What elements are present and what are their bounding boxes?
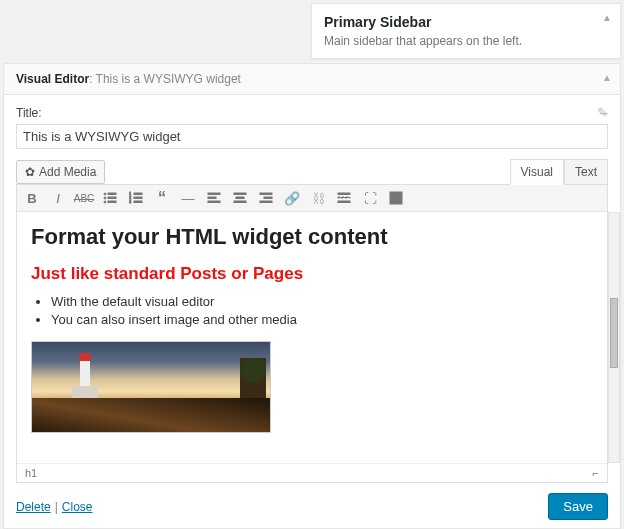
add-media-label: Add Media [39,165,96,179]
svg-text:3: 3 [129,199,132,204]
svg-point-4 [104,201,106,203]
svg-rect-16 [236,197,244,199]
number-list-icon[interactable]: 123 [127,189,145,207]
save-button[interactable]: Save [548,493,608,520]
bold-icon[interactable]: B [23,189,41,207]
widget-header-desc: : This is a WYSIWYG widget [89,72,241,86]
scrollbar[interactable] [608,212,620,463]
svg-rect-27 [392,200,400,201]
tab-visual[interactable]: Visual [510,159,564,185]
element-path: h1 ⌐ [17,463,607,482]
tab-text[interactable]: Text [564,159,608,185]
quote-icon[interactable]: “ [153,189,171,207]
svg-rect-23 [338,201,350,203]
media-icon: ✿ [25,165,35,179]
visibility-icon[interactable]: ✎̶ [597,105,608,120]
separator: | [55,500,58,514]
align-left-icon[interactable] [205,189,223,207]
link-icon[interactable]: 🔗 [283,189,301,207]
collapse-icon[interactable]: ▲ [602,12,612,23]
panel-title: Primary Sidebar [324,14,608,30]
list-item: With the default visual editor [51,294,593,309]
sidebar-panel[interactable]: Primary Sidebar Main sidebar that appear… [311,3,621,59]
svg-rect-15 [234,193,246,195]
strike-icon[interactable]: ABC [75,189,93,207]
svg-rect-12 [208,193,220,195]
unlink-icon[interactable]: ⛓ [309,189,327,207]
bullet-list-icon[interactable] [101,189,119,207]
more-icon[interactable] [335,189,353,207]
svg-point-0 [104,193,106,195]
content-heading: Format your HTML widget content [31,224,593,250]
svg-point-2 [104,197,106,199]
scrollbar-thumb[interactable] [610,298,618,368]
delete-link[interactable]: Delete [16,500,51,514]
svg-rect-9 [134,197,142,199]
svg-rect-18 [260,193,272,195]
title-label: Title: [16,106,597,120]
svg-rect-1 [108,193,116,195]
add-media-button[interactable]: ✿ Add Media [16,160,105,184]
hr-icon[interactable]: — [179,189,197,207]
svg-rect-14 [208,201,220,203]
svg-rect-26 [392,197,400,198]
svg-rect-25 [392,194,400,195]
widget-header[interactable]: Visual Editor: This is a WYSIWYG widget … [4,64,620,95]
svg-rect-5 [108,201,116,203]
svg-rect-3 [108,197,116,199]
fullscreen-icon[interactable]: ⛶ [361,189,379,207]
svg-rect-13 [208,197,216,199]
svg-rect-11 [134,201,142,203]
panel-description: Main sidebar that appears on the left. [324,34,608,48]
editor-toolbar: B I ABC 123 “ — 🔗 ⛓ ⛶ [17,185,607,212]
align-right-icon[interactable] [257,189,275,207]
italic-icon[interactable]: I [49,189,67,207]
list-item: You can also insert image and other medi… [51,312,593,327]
path-value[interactable]: h1 [25,467,37,479]
svg-rect-20 [260,201,272,203]
editor-content[interactable]: Format your HTML widget content Just lik… [17,212,607,463]
content-image[interactable] [31,341,271,433]
svg-rect-22 [338,197,350,198]
resize-handle-icon[interactable]: ⌐ [593,467,599,479]
content-subheading: Just like standard Posts or Pages [31,264,593,284]
svg-rect-7 [134,193,142,195]
visual-editor-widget: Visual Editor: This is a WYSIWYG widget … [3,63,621,529]
svg-rect-19 [264,197,272,199]
editor: B I ABC 123 “ — 🔗 ⛓ ⛶ Format your HTML w… [16,184,608,483]
svg-rect-21 [338,193,350,195]
align-center-icon[interactable] [231,189,249,207]
close-link[interactable]: Close [62,500,93,514]
widget-collapse-icon[interactable]: ▲ [602,72,612,83]
title-input[interactable] [16,124,608,149]
svg-rect-17 [234,201,246,203]
toolbar-toggle-icon[interactable] [387,189,405,207]
widget-header-label: Visual Editor [16,72,89,86]
